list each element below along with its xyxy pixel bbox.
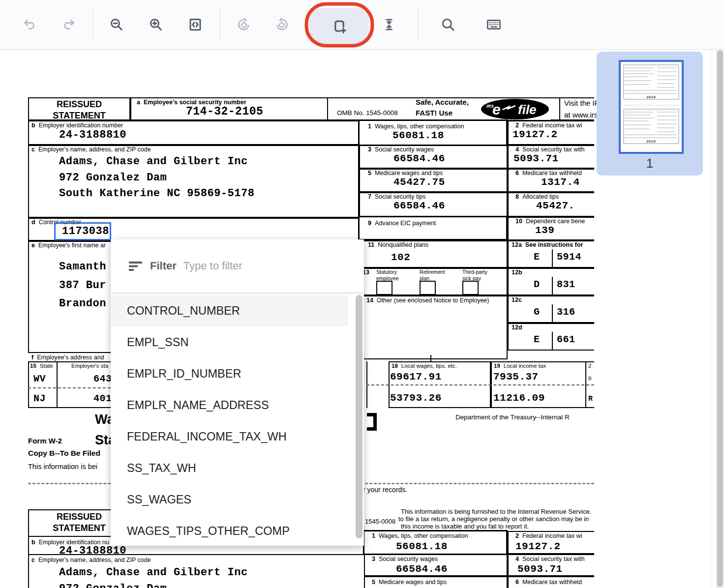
vertical-scrollbar-thumb[interactable] — [717, 50, 723, 587]
employee-city: Brandon — [59, 297, 106, 310]
bn: 19 — [494, 363, 500, 369]
box5-value: 45427.75 — [393, 176, 445, 188]
employer-street-2: 972 Gonzalez Dam — [59, 583, 167, 588]
zoom-in-icon — [149, 17, 163, 32]
box12b-code: D — [534, 279, 540, 290]
box14-label: 14Other (see enclosed Notice to Employee… — [366, 297, 489, 304]
dropdown-item-empl-ssn[interactable]: EMPL_SSN — [111, 326, 348, 358]
fit-width-button[interactable] — [183, 13, 207, 36]
ein-value: 24-3188810 — [59, 129, 126, 141]
bn: 15 — [30, 363, 36, 369]
box3-label: 3Social security wages — [368, 146, 434, 153]
search-button[interactable] — [436, 13, 460, 36]
statutory-label: Statutory employee — [376, 269, 399, 282]
form-w2-label: Form W-2 — [28, 437, 62, 445]
bn: 6 — [515, 579, 519, 586]
undo-button[interactable] — [18, 13, 41, 36]
svg-text:2010: 2010 — [646, 95, 656, 99]
redo-button[interactable] — [57, 13, 81, 36]
bl: Social security tax with — [522, 146, 584, 153]
bl: Other (see enclosed Notice to Employee) — [377, 297, 489, 304]
bn: 14 — [366, 297, 373, 304]
page-thumbnail[interactable]: 2010 2010 — [619, 60, 684, 154]
safe-accurate: Safe, Accurate, — [416, 98, 469, 106]
fit-width-icon — [188, 17, 203, 32]
bn: 5 — [372, 579, 375, 586]
box19-label: 19Local income tax — [494, 363, 546, 369]
rotate-left-button[interactable] — [232, 13, 256, 36]
merge-rows-button[interactable] — [377, 13, 401, 36]
dropdown-item-emplr-name-address[interactable]: EMPLR_NAME_ADDRESS — [111, 389, 348, 421]
svg-text:2010: 2010 — [646, 139, 656, 144]
box3-value: 66584.46 — [393, 153, 445, 164]
rotate-left-icon — [237, 17, 251, 32]
omb-fragment-2: 1545-0008 — [365, 518, 395, 525]
reissued-box: REISSUED STATEMENT — [28, 97, 130, 120]
box6-label: 6Medicare tax withheld — [515, 170, 582, 176]
dropdown-item-emplr-id-number[interactable]: EMPLR_ID_NUMBER — [111, 358, 348, 389]
box8-value: 45427. — [536, 200, 575, 211]
box11-value: 102 — [391, 252, 410, 263]
page-thumbnail-panel: 2010 2010 1 — [597, 52, 703, 176]
bn: c — [31, 557, 35, 563]
dropdown-item-ss-wages[interactable]: SS_WAGES — [111, 484, 348, 515]
bn: d — [31, 219, 35, 226]
box12b-value: 831 — [557, 279, 575, 290]
form-line — [552, 277, 553, 294]
bn: 9 — [368, 220, 371, 227]
dropdown-item-ss-tax-wh[interactable]: SS_TAX_WH — [111, 452, 348, 484]
locality-2: R — [588, 395, 593, 403]
box14 — [359, 295, 508, 359]
bl: Federal income tax wi — [522, 532, 582, 539]
state-2: NJ — [33, 393, 46, 404]
form-line — [366, 384, 594, 385]
form-line — [28, 387, 111, 388]
bn: 3 — [368, 146, 371, 153]
employee-street: 387 Bur — [59, 279, 106, 292]
box12d-label: 12d — [512, 324, 522, 331]
bn: c — [31, 146, 35, 153]
zoom-in-button[interactable] — [144, 13, 168, 36]
rotate-right-button[interactable] — [270, 13, 294, 36]
bn: 2 — [515, 532, 519, 539]
bl: Medicare tax withheld — [522, 170, 582, 176]
keyboard-button[interactable] — [482, 13, 506, 36]
employer-name-2: Adams, Chase and Gilbert Inc — [59, 566, 248, 579]
bn: b — [31, 122, 35, 129]
statutory-checkbox — [376, 281, 392, 295]
box1-2-label: 1Wages, tips, other compensation — [372, 532, 468, 539]
bn: 8 — [515, 193, 519, 200]
employee-label: eEmployee's first name ar — [31, 242, 106, 249]
filter-input[interactable] — [182, 259, 332, 273]
dropdown-scrollbar[interactable] — [356, 295, 362, 538]
dropdown-item-control-number[interactable]: CONTROL_NUMBER — [111, 295, 348, 326]
employer-street: 972 Gonzalez Dam — [59, 172, 167, 184]
box7-label: 7Social security tips — [368, 193, 425, 200]
box8-label: 8Allocated tips — [515, 193, 559, 200]
employer-name: Adams, Chase and Gilbert Inc — [59, 155, 248, 168]
zoom-out-button[interactable] — [105, 13, 128, 36]
box1-label: 1Wages, tips, other compensation — [368, 123, 464, 130]
dropdown-item-wages-tips-other-comp[interactable]: WAGES_TIPS_OTHER_COMP — [111, 515, 348, 547]
bl: Medicare tax withheld — [522, 579, 582, 586]
state-id-2: 401 — [93, 393, 112, 404]
form-line — [28, 554, 364, 555]
box12d-code: E — [534, 334, 540, 345]
box12d-value: 661 — [557, 334, 575, 345]
bn: 11 — [368, 241, 374, 248]
undo-icon — [22, 17, 37, 32]
bl: Allocated tips — [522, 193, 559, 200]
filter-icon — [128, 260, 143, 272]
box1-2-value: 56081.18 — [396, 541, 448, 552]
bl: Social security tax with — [522, 556, 584, 562]
bn: 6 — [515, 170, 519, 176]
fast-use: FAST! Use — [416, 109, 452, 117]
toolbar — [0, 0, 724, 50]
local-tax-1: 7935.37 — [493, 371, 539, 382]
dropdown-item-federal-income-tax-wh[interactable]: FEDERAL_INCOME_TAX_WH — [111, 421, 348, 452]
box2-value: 19127.2 — [513, 129, 558, 140]
box20-label: 2 — [588, 363, 591, 369]
year-fragment — [367, 413, 377, 431]
box12a-code: E — [534, 251, 540, 263]
annotation-red-circle — [302, 1, 376, 49]
